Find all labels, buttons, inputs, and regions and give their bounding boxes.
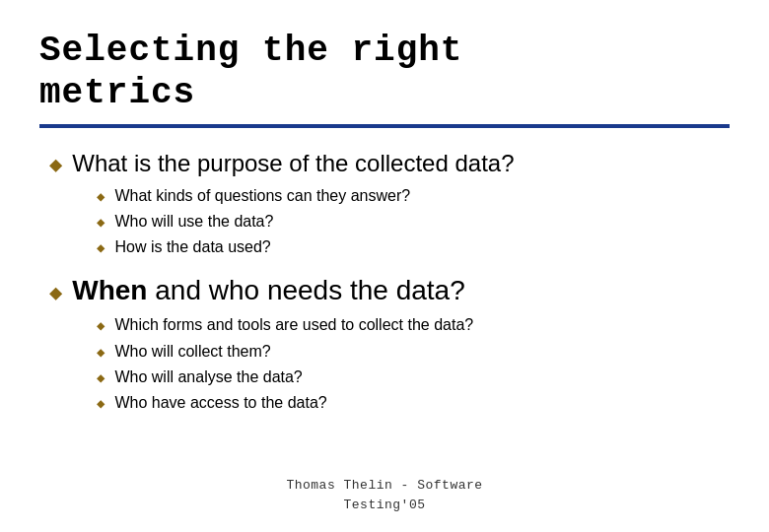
sub-bullets-2: ◆ Which forms and tools are used to coll… [97,314,730,415]
content-area: ◆ What is the purpose of the collected d… [39,148,730,414]
diamond-sub-icon: ◆ [97,188,105,205]
title-line2: metrics [39,73,195,113]
and-who-text: and who needs the data? [155,275,464,305]
diamond-icon-1: ◆ [49,156,62,177]
diamond-sub-icon: ◆ [97,239,105,256]
sub-bullet-1-2: ◆ Who will use the data? [97,211,730,233]
when-text: When [72,275,147,305]
footer-line2: Testing'05 [343,498,425,512]
footer: Thomas Thelin - Software Testing'05 [0,476,769,514]
main-bullet-1: ◆ What is the purpose of the collected d… [49,148,730,178]
sub-bullet-2-1: ◆ Which forms and tools are used to coll… [97,314,730,336]
diamond-icon-2: ◆ [49,284,62,305]
diamond-sub-icon: ◆ [97,395,105,412]
diamond-sub-icon: ◆ [97,344,105,361]
main-bullet-2: ◆ When and who needs the data? [49,273,730,308]
sub-bullet-text-2-4: Who have access to the data? [114,392,326,414]
diamond-sub-icon: ◆ [97,369,105,386]
sub-bullet-1-1: ◆ What kinds of questions can they answe… [97,185,730,207]
sub-bullets-1: ◆ What kinds of questions can they answe… [97,185,730,259]
sub-bullet-2-2: ◆ Who will collect them? [97,341,730,363]
diamond-sub-icon: ◆ [97,317,105,334]
sub-bullet-text-1-3: How is the data used? [114,236,270,258]
diamond-sub-icon: ◆ [97,214,105,231]
footer-line1: Thomas Thelin - Software [286,478,482,493]
main-bullet-text-1: What is the purpose of the collected dat… [72,148,514,178]
slide-title: Selecting the right metrics [39,30,730,114]
sub-bullet-text-2-2: Who will collect them? [114,341,270,363]
main-bullet-text-2: When and who needs the data? [72,273,464,308]
sub-bullet-text-1-1: What kinds of questions can they answer? [114,185,410,207]
sub-bullet-1-3: ◆ How is the data used? [97,236,730,258]
title-block: Selecting the right metrics [39,30,730,114]
sub-bullet-text-1-2: Who will use the data? [114,211,273,233]
sub-bullet-text-2-1: Which forms and tools are used to collec… [114,314,473,336]
sub-bullet-2-4: ◆ Who have access to the data? [97,392,730,414]
title-line1: Selecting the right [39,31,462,71]
sub-bullet-2-3: ◆ Who will analyse the data? [97,366,730,388]
blue-rule [39,124,730,128]
slide-container: Selecting the right metrics ◆ What is th… [0,0,769,532]
sub-bullet-text-2-3: Who will analyse the data? [114,366,302,388]
